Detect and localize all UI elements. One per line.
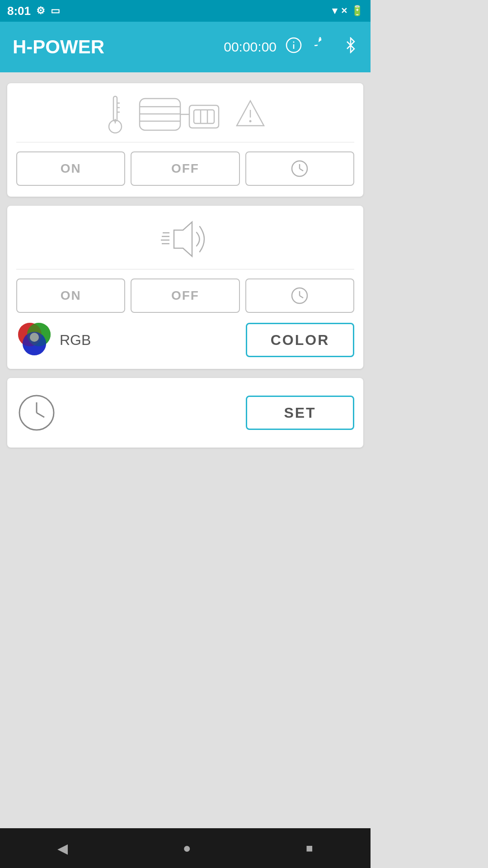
- rgb-row: RGB COLOR: [16, 322, 354, 358]
- status-bar: 8:01 ⚙ ▭ ▾ ✕ 🔋: [0, 0, 371, 22]
- timer-set-inner: SET: [16, 389, 354, 437]
- svg-point-38: [30, 333, 39, 342]
- app-bar: H-POWER 00:00:00: [0, 22, 371, 72]
- rgb-label: RGB: [60, 332, 91, 349]
- pump-heater-icons: [16, 94, 354, 142]
- sim-icon: ▭: [51, 5, 60, 17]
- svg-rect-15: [194, 110, 214, 123]
- nav-back-icon: ◀: [57, 840, 68, 856]
- status-bar-right: ▾ ✕ 🔋: [332, 5, 363, 17]
- set-button[interactable]: SET: [246, 396, 354, 430]
- speaker-icon: [149, 217, 221, 262]
- svg-line-23: [300, 169, 303, 171]
- sound-control-buttons: ON OFF: [16, 278, 354, 313]
- nav-recents-button[interactable]: ■: [288, 836, 331, 861]
- info-icon[interactable]: [286, 37, 302, 57]
- svg-point-20: [249, 120, 252, 123]
- rgb-label-group: RGB: [16, 322, 91, 358]
- main-content: ON OFF: [0, 72, 371, 828]
- battery-icon: 🔋: [351, 5, 363, 17]
- app-bar-icons: [286, 37, 358, 57]
- nav-recents-icon: ■: [306, 841, 313, 855]
- svg-rect-3: [113, 96, 117, 121]
- rgb-circles-icon: [16, 322, 52, 358]
- pump-timer-button[interactable]: [245, 151, 354, 186]
- nav-back-button[interactable]: ◀: [39, 835, 86, 862]
- pump-icon: [135, 94, 225, 135]
- svg-point-2: [293, 41, 295, 42]
- timer-set-card: SET: [7, 378, 363, 448]
- sound-timer-button[interactable]: [245, 278, 354, 313]
- bluetooth-icon[interactable]: [343, 37, 358, 57]
- nav-home-icon: ●: [183, 840, 191, 856]
- refresh-icon[interactable]: [314, 37, 331, 57]
- nav-home-button[interactable]: ●: [165, 835, 209, 861]
- svg-line-41: [37, 413, 44, 417]
- sound-rgb-card: ON OFF: [7, 206, 363, 369]
- warning-icon: [235, 99, 266, 130]
- thermometer-icon: [104, 94, 126, 135]
- pump-heater-card: ON OFF: [7, 83, 363, 197]
- pump-clock-icon: [291, 160, 309, 178]
- status-bar-left: 8:01 ⚙ ▭: [7, 4, 60, 18]
- app-title: H-POWER: [13, 36, 224, 58]
- sound-clock-icon: [291, 287, 309, 305]
- color-button[interactable]: COLOR: [246, 323, 354, 357]
- svg-marker-24: [174, 222, 192, 256]
- signal-icon: ✕: [341, 6, 347, 16]
- bottom-nav: ◀ ● ■: [0, 828, 371, 868]
- wifi-icon: ▾: [332, 5, 337, 17]
- pump-on-button[interactable]: ON: [16, 151, 125, 186]
- pump-off-button[interactable]: OFF: [131, 151, 239, 186]
- settings-icon: ⚙: [36, 5, 45, 17]
- sound-off-button[interactable]: OFF: [131, 278, 239, 313]
- timer-display: 00:00:00: [224, 39, 277, 55]
- time-display: 8:01: [7, 4, 31, 18]
- pump-control-buttons: ON OFF: [16, 151, 354, 186]
- sound-icon-row: [16, 217, 354, 269]
- svg-line-31: [300, 296, 303, 298]
- timer-clock-icon: [16, 392, 57, 433]
- sound-on-button[interactable]: ON: [16, 278, 125, 313]
